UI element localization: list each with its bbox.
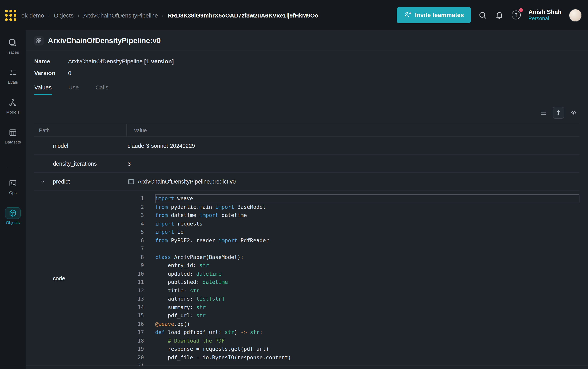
breadcrumb-item[interactable]: ok-demo [21,12,44,19]
breadcrumb-item[interactable]: Objects [54,12,74,19]
line-number: 16 [126,320,144,328]
column-header-path: Path [34,124,126,136]
invite-teammates-button[interactable]: Invite teammates [397,7,471,23]
object-detail-panel: ArxivChainOfDensityPipeline:v0 Name Arxi… [26,30,588,366]
code-line: 11 published: datetime [126,278,579,286]
code-text: summary: str [155,303,206,311]
invite-teammates-label: Invite teammates [415,12,464,19]
line-number: 10 [126,270,144,278]
main-panel: ArxivChainOfDensityPipeline:v0 Name Arxi… [26,30,588,369]
tab-values[interactable]: Values [34,84,52,95]
line-number: 15 [126,311,144,320]
code-text: from pydantic.main import BaseModel [155,203,266,211]
sidebar-divider [6,167,19,167]
wandb-logo-icon[interactable] [5,10,16,21]
sidebar-item-ops[interactable]: Ops [5,177,21,195]
table-rows: modelclaude-3-sonnet-20240229density_ite… [34,137,579,191]
table-row[interactable]: modelclaude-3-sonnet-20240229 [34,137,579,155]
code-view-button[interactable] [568,107,579,119]
invite-user-icon [404,10,412,20]
code-line: 19 response = requests.get(pdf_url) [126,345,579,353]
sidebar: TracesEvalsModelsDatasetsOpsObjects [0,30,26,369]
code-block[interactable]: 1import weave2from pydantic.main import … [126,191,579,366]
help-icon[interactable]: ? [512,10,521,20]
expand-rows-button[interactable] [553,107,564,119]
objects-icon [5,207,21,219]
sidebar-item-datasets[interactable]: Datasets [5,127,21,144]
row-value: claude-3-sonnet-20240229 [126,137,579,154]
row-path: predict [34,173,126,190]
code-line: 12 title: str [126,286,579,295]
code-line: 4import requests [126,219,579,228]
breadcrumb-separator: › [77,12,79,19]
code-line: 20 pdf_file = io.BytesIO(response.conten… [126,353,579,362]
line-number: 17 [126,328,144,337]
code-text: # Download the PDF [155,337,225,345]
line-number: 6 [126,236,144,245]
sidebar-item-traces[interactable]: Traces [5,37,21,54]
name-label: Name [34,58,68,64]
sidebar-item-evals[interactable]: Evals [5,67,21,84]
code-text: import requests [155,219,203,228]
search-icon[interactable] [478,10,487,20]
code-text: def load_pdf(pdf_url: str) -> str: [155,328,263,337]
line-number: 8 [126,253,144,261]
code-line: 5import io [126,228,579,236]
code-line: 15 pdf_url: str [126,311,579,320]
code-line: 16@weave.op() [126,320,579,328]
table-row[interactable]: density_iterations3 [34,155,579,173]
tab-use[interactable]: Use [68,84,79,95]
chevron-down-icon[interactable] [40,178,46,184]
line-number: 18 [126,337,144,345]
tab-calls[interactable]: Calls [95,84,109,95]
meta-row-version: Version 0 [34,67,579,79]
evals-icon [5,67,21,79]
sidebar-item-label: Models [6,110,20,114]
code-text: import weave [155,195,193,203]
list-view-button[interactable] [537,107,549,119]
op-icon [128,178,134,185]
code-text: entry_id: str [155,261,209,270]
line-number: 19 [126,345,144,353]
notification-dot [519,8,523,12]
code-text: @weave.op() [155,320,190,328]
sidebar-item-label: Traces [7,50,19,54]
toolbar [34,107,579,119]
line-number: 20 [126,353,144,362]
row-path-code[interactable]: code [34,191,126,366]
code-line: 9 entry_id: str [126,261,579,270]
ops-icon [5,177,21,189]
breadcrumb-item[interactable]: RRD8K38lG9mhrX5oOAD7zf3w2uA6KVxe1lj9fHkM… [168,12,318,19]
models-icon [5,97,21,109]
line-number: 2 [126,203,144,211]
user-menu[interactable]: Anish Shah Personal [528,8,562,22]
user-scope: Personal [528,16,562,22]
line-number: 9 [126,261,144,270]
code-text: pdf_file = io.BytesIO(response.content) [155,353,291,362]
title-row: ArxivChainOfDensityPipeline:v0 [34,30,579,46]
code-line: 21 [126,362,579,366]
breadcrumb-item[interactable]: ArxivChainOfDensityPipeline [83,12,158,19]
meta-row-name: Name ArxivChainOfDensityPipeline [1 vers… [34,55,579,67]
code-line: 6from PyPDF2._reader import PdfReader [126,236,579,245]
code-line: 17def load_pdf(pdf_url: str) -> str: [126,328,579,337]
code-text: title: str [155,286,199,295]
code-line: 14 summary: str [126,303,579,311]
line-number: 5 [126,228,144,236]
bell-icon[interactable] [495,10,504,20]
code-text: published: datetime [155,278,228,286]
sidebar-item-models[interactable]: Models [5,97,21,114]
table-row[interactable]: predictArxivChainOfDensityPipeline.predi… [34,173,579,191]
code-line: 10 updated: datetime [126,270,579,278]
code-line: 2from pydantic.main import BaseModel [126,203,579,211]
sidebar-item-objects[interactable]: Objects [5,207,21,225]
line-number: 1 [126,195,144,203]
topbar-actions: Invite teammates ? Anish Shah Personal [397,7,582,23]
values-table: Path Value modelclaude-3-sonnet-20240229… [34,124,579,366]
code-text: class ArxivPaper(BaseModel): [155,253,244,261]
code-text: response = requests.get(pdf_url) [155,345,269,353]
row-value: ArxivChainOfDensityPipeline.predict:v0 [126,173,579,190]
avatar[interactable] [569,9,582,21]
breadcrumb: ok-demo›Objects›ArxivChainOfDensityPipel… [21,12,318,19]
traces-icon [5,37,21,49]
